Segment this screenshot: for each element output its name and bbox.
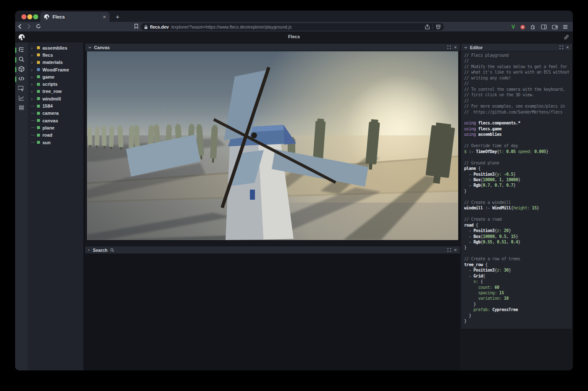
code-editor[interactable]: // Flecs playground//// Modify the value… xyxy=(461,51,572,324)
tree-item-canvas[interactable]: canvas xyxy=(28,117,84,124)
forward-button[interactable] xyxy=(24,23,34,31)
tree-item-label: sun xyxy=(42,140,51,145)
brave-shield-icon[interactable] xyxy=(436,24,441,29)
search-panel-title: Search xyxy=(93,248,108,253)
leaf-dash-icon xyxy=(31,113,34,114)
search-panel-header: Search ✕ xyxy=(85,246,460,254)
tree-item-materials[interactable]: ›materials xyxy=(28,59,84,66)
canvas-3d-scene[interactable] xyxy=(87,51,458,240)
tree-item-label: windmill xyxy=(42,96,61,101)
canvas-panel-title: Canvas xyxy=(94,45,110,50)
tree-item-camera[interactable]: camera xyxy=(28,110,84,117)
active-indicator-pill xyxy=(15,77,16,82)
search-icon xyxy=(110,248,114,252)
entity-color-square xyxy=(37,68,40,71)
code-icon xyxy=(18,75,25,84)
bookmark-icon[interactable] xyxy=(134,23,139,31)
leaf-dash-icon xyxy=(31,120,34,121)
expand-arrow-icon[interactable]: › xyxy=(31,75,34,79)
tree-item-label: materials xyxy=(42,60,63,65)
canvas-panel-header: Canvas ✕ xyxy=(85,44,460,51)
tree-item-game[interactable]: ›game xyxy=(28,73,84,80)
tree-item-sun[interactable]: sun xyxy=(28,139,84,146)
entity-color-square xyxy=(37,83,40,86)
strip-button-rows-icon[interactable] xyxy=(15,103,28,113)
window-zoom-button[interactable] xyxy=(33,14,38,19)
entity-color-square xyxy=(37,105,40,108)
expand-arrow-icon[interactable]: › xyxy=(31,97,34,101)
strip-button-stats-chart-icon[interactable] xyxy=(15,94,28,103)
back-button[interactable] xyxy=(15,23,24,31)
close-panel-icon[interactable]: ✕ xyxy=(454,248,457,252)
expand-arrow-icon[interactable]: › xyxy=(31,82,34,86)
tree-item-scripts[interactable]: ›scripts xyxy=(28,80,84,87)
browser-toolbar: flecs.dev /explorer/?wasm=https://www.fl… xyxy=(15,22,573,32)
flecs-explorer-page: Flecs ›assemblies›flecs›materials›WoodFr… xyxy=(15,32,573,370)
page-header: Flecs xyxy=(15,32,573,42)
leaf-dash-icon xyxy=(31,135,34,135)
red-extension-icon[interactable] xyxy=(520,24,525,30)
entity-color-square xyxy=(37,112,40,115)
entity-hierarchy-icon xyxy=(18,46,25,55)
extensions-puzzle-icon[interactable] xyxy=(530,24,536,30)
v-extension-icon[interactable]: V xyxy=(512,24,515,30)
strip-button-search-icon[interactable] xyxy=(15,55,28,65)
expand-arrow-icon[interactable]: › xyxy=(31,89,34,93)
strip-button-inspector-icon[interactable] xyxy=(15,84,28,94)
url-domain: flecs.dev xyxy=(150,24,169,29)
tree-item-road[interactable]: road xyxy=(28,132,84,139)
strip-button-code-icon[interactable] xyxy=(15,74,28,84)
tree-item-tree_row[interactable]: ›tree_row xyxy=(28,88,84,95)
collapsed-dot-icon[interactable] xyxy=(88,249,89,251)
expand-arrow-icon[interactable]: › xyxy=(31,53,34,57)
expand-arrow-icon[interactable]: › xyxy=(31,60,34,64)
sidebar-toggle-icon[interactable] xyxy=(541,24,547,29)
tree-item-WoodFrame[interactable]: ›WoodFrame xyxy=(28,66,84,73)
url-bar[interactable]: flecs.dev /explorer/?wasm=https://www.fl… xyxy=(141,23,444,31)
chevron-down-icon[interactable] xyxy=(464,46,467,49)
browser-tab[interactable]: Flecs ✕ xyxy=(40,12,110,22)
cube-icon xyxy=(18,66,25,74)
tree-item-plane[interactable]: plane xyxy=(28,124,84,131)
expand-arrow-icon[interactable]: › xyxy=(31,46,34,50)
entity-color-square xyxy=(37,134,40,137)
fullscreen-icon[interactable] xyxy=(447,45,451,49)
tree-item-1584[interactable]: 1584 xyxy=(28,102,84,109)
close-panel-icon[interactable]: ✕ xyxy=(566,45,569,50)
strip-button-entity-hierarchy-icon[interactable] xyxy=(15,45,28,55)
fullscreen-icon[interactable] xyxy=(447,248,451,252)
active-indicator-pill xyxy=(15,57,16,63)
editor-panel-title: Editor xyxy=(470,45,483,50)
fullscreen-icon[interactable] xyxy=(559,45,563,49)
tab-close-icon[interactable]: ✕ xyxy=(103,15,106,19)
tree-item-label: canvas xyxy=(42,118,58,123)
window-close-button[interactable] xyxy=(21,14,26,19)
reload-button[interactable] xyxy=(34,23,43,31)
leaf-dash-icon xyxy=(31,106,34,106)
menu-hamburger-icon[interactable] xyxy=(563,25,568,29)
search-panel: Search ✕ xyxy=(85,246,460,370)
tree-item-label: game xyxy=(42,74,55,79)
tree-item-windmill[interactable]: ›windmill xyxy=(28,95,84,102)
active-indicator-pill xyxy=(15,67,16,72)
link-icon[interactable] xyxy=(564,34,569,40)
tree-item-assemblies[interactable]: ›assemblies xyxy=(28,44,84,51)
entity-color-square xyxy=(37,126,40,129)
share-icon[interactable] xyxy=(425,24,430,29)
lock-icon xyxy=(144,25,148,29)
strip-button-cube-icon[interactable] xyxy=(15,65,28,74)
new-tab-button[interactable]: + xyxy=(113,13,122,21)
chevron-down-icon[interactable] xyxy=(88,46,92,49)
expand-arrow-icon[interactable]: › xyxy=(31,68,34,72)
entity-color-square xyxy=(37,75,40,78)
tab-bar: Flecs ✕ + xyxy=(15,11,573,22)
tab-title: Flecs xyxy=(52,14,100,19)
entity-color-square xyxy=(37,97,40,100)
stats-chart-icon xyxy=(18,95,25,103)
close-panel-icon[interactable]: ✕ xyxy=(454,45,457,50)
tree-item-label: WoodFrame xyxy=(42,67,69,72)
left-icon-strip xyxy=(15,42,28,370)
wallet-icon[interactable] xyxy=(552,24,558,29)
window-minimize-button[interactable] xyxy=(27,14,32,19)
tree-item-flecs[interactable]: ›flecs xyxy=(28,51,84,58)
